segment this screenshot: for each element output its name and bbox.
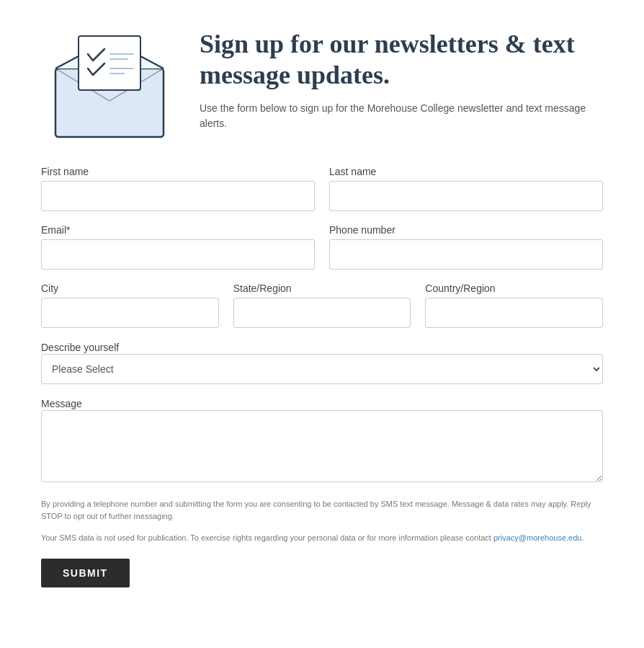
- page-container: Sign up for our newsletters & text messa…: [12, 0, 632, 616]
- email-input[interactable]: [41, 239, 315, 270]
- last-name-group: Last name: [329, 166, 603, 211]
- name-row: First name Last name: [41, 166, 603, 211]
- header-text: Sign up for our newsletters & text messa…: [200, 29, 603, 131]
- main-title: Sign up for our newsletters & text messa…: [200, 29, 603, 91]
- city-group: City: [41, 283, 219, 328]
- form-section: First name Last name Email* Phone number…: [41, 166, 603, 587]
- phone-group: Phone number: [329, 224, 603, 270]
- message-label: Message: [41, 398, 82, 409]
- country-group: Country/Region: [425, 283, 603, 328]
- describe-label: Describe yourself: [41, 342, 119, 353]
- state-label: State/Region: [233, 283, 411, 294]
- state-input[interactable]: [233, 298, 411, 328]
- state-group: State/Region: [233, 283, 411, 328]
- privacy-disclaimer: Your SMS data is not used for publicatio…: [41, 532, 603, 544]
- envelope-illustration: [41, 29, 178, 144]
- country-input[interactable]: [425, 298, 603, 328]
- email-group: Email*: [41, 224, 315, 270]
- first-name-input[interactable]: [41, 181, 315, 211]
- phone-label: Phone number: [329, 224, 603, 236]
- privacy-email-link[interactable]: privacy@morehouse.edu: [493, 533, 581, 542]
- last-name-label: Last name: [329, 166, 603, 177]
- last-name-input[interactable]: [329, 181, 603, 211]
- email-phone-row: Email* Phone number: [41, 224, 603, 270]
- first-name-label: First name: [41, 166, 315, 177]
- first-name-group: First name: [41, 166, 315, 211]
- subtitle: Use the form below to sign up for the Mo…: [200, 101, 603, 131]
- city-label: City: [41, 283, 219, 294]
- city-input[interactable]: [41, 298, 219, 328]
- message-textarea[interactable]: [41, 410, 603, 482]
- sms-disclaimer: By providing a telephone number and subm…: [41, 498, 603, 522]
- describe-group: Describe yourself Please Select Student …: [41, 341, 603, 384]
- header-section: Sign up for our newsletters & text messa…: [41, 29, 603, 144]
- country-label: Country/Region: [425, 283, 603, 294]
- location-row: City State/Region Country/Region: [41, 283, 603, 328]
- submit-button[interactable]: SUBMIT: [41, 559, 130, 587]
- describe-select[interactable]: Please Select Student Alumni Faculty/Sta…: [41, 354, 603, 384]
- email-label: Email*: [41, 224, 315, 236]
- svg-rect-3: [79, 36, 140, 90]
- phone-input[interactable]: [329, 239, 603, 270]
- message-group: Message: [41, 397, 603, 485]
